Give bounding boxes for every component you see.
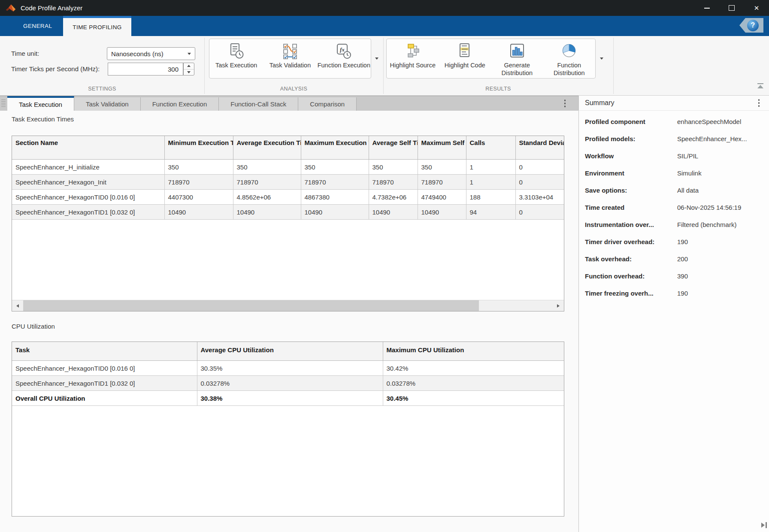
- minimize-button[interactable]: [694, 0, 719, 16]
- table-row[interactable]: SpeechEnhancer_HexagonTID1 [0.032 0]0.03…: [12, 376, 564, 391]
- summary-label: Timer driver overhead:: [585, 238, 677, 246]
- chevron-down-icon: [600, 57, 603, 60]
- summary-label: Time created: [585, 203, 677, 212]
- column-header[interactable]: Maximum CPU Utilization: [383, 342, 564, 361]
- stepper-up-button[interactable]: [184, 63, 194, 69]
- function-distribution-button[interactable]: Function Distribution: [543, 39, 596, 78]
- table-cell: 30.38%: [197, 391, 383, 406]
- results-gallery-dropdown[interactable]: [596, 39, 607, 79]
- table-row[interactable]: SpeechEnhancer_Hexagon_Init7189707189707…: [12, 175, 564, 190]
- doc-tab[interactable]: Comparison: [298, 97, 357, 111]
- column-header[interactable]: Standard Deviation: [515, 136, 564, 160]
- column-header[interactable]: Section Name: [12, 136, 164, 160]
- table-cell: 1: [466, 160, 515, 175]
- task-validation-button[interactable]: Task Validation: [263, 39, 317, 78]
- summary-title: Summary: [585, 99, 614, 107]
- matlab-logo-icon: [6, 3, 16, 12]
- summary-label: Environment: [585, 169, 677, 178]
- table-cell: 350: [233, 160, 301, 175]
- window-title: Code Profile Analyzer: [21, 4, 82, 12]
- time-unit-label: Time unit:: [11, 47, 39, 60]
- document-tab-bar: Task ExecutionTask ValidationFunction Ex…: [0, 96, 578, 111]
- highlight-source-button[interactable]: Highlight Source: [387, 39, 439, 78]
- time-unit-dropdown[interactable]: Nanoseconds (ns): [107, 47, 195, 60]
- summary-options-menu[interactable]: [758, 99, 760, 107]
- column-header[interactable]: Average CPU Utilization: [197, 342, 383, 361]
- summary-row: Workflow SIL/PIL: [579, 152, 769, 169]
- doc-tab[interactable]: Function-Call Stack: [219, 97, 298, 111]
- chevron-down-icon: [375, 57, 378, 60]
- doc-tab[interactable]: Function Execution: [141, 97, 219, 111]
- analysis-gallery-dropdown[interactable]: [372, 39, 382, 79]
- column-header[interactable]: Maximum Execution Time: [301, 136, 369, 160]
- drag-grip-icon[interactable]: [1, 100, 6, 107]
- summary-row: Save options: All data: [579, 186, 769, 203]
- column-header[interactable]: Maximum Self Time: [418, 136, 466, 160]
- close-button[interactable]: ✕: [744, 0, 769, 16]
- scroll-left-button[interactable]: [12, 300, 23, 311]
- summary-value: 190: [677, 289, 688, 298]
- maximize-button[interactable]: [719, 0, 744, 16]
- column-header[interactable]: Average Self Time: [369, 136, 418, 160]
- summary-label: Task overhead:: [585, 255, 677, 263]
- table-empty-area: [12, 220, 564, 300]
- stepper-down-button[interactable]: [184, 69, 194, 76]
- column-header[interactable]: Average Execution Time: [233, 136, 301, 160]
- table-cell: 718970: [369, 175, 418, 190]
- doc-tab[interactable]: Task Execution: [7, 96, 74, 111]
- function-execution-button[interactable]: fx Function Execution: [317, 39, 371, 78]
- timer-ticks-stepper[interactable]: [183, 63, 194, 76]
- table-row[interactable]: Overall CPU Utilization30.38%30.45%: [12, 391, 564, 406]
- table-cell: 350: [164, 160, 233, 175]
- table-cell: SpeechEnhancer_HexagonTID1 [0.032 0]: [12, 205, 164, 220]
- table-cell: Overall CPU Utilization: [12, 391, 197, 406]
- table-cell: SpeechEnhancer_Hexagon_Init: [12, 175, 164, 190]
- table-row[interactable]: SpeechEnhancer_HexagonTID0 [0.016 0]4407…: [12, 190, 564, 205]
- maximize-icon: [729, 5, 735, 11]
- doc-tab[interactable]: Task Validation: [74, 97, 141, 111]
- summary-row: Time created 06-Nov-2025 14:56:19: [579, 203, 769, 221]
- table-row[interactable]: SpeechEnhancer_H_initialize3503503503503…: [12, 160, 564, 175]
- chevron-down-icon: [187, 71, 191, 73]
- table-cell: 4407300: [164, 190, 233, 205]
- generate-distribution-button[interactable]: Generate Distribution: [491, 39, 543, 78]
- expand-panel-button[interactable]: [761, 522, 767, 528]
- table-cell: 10490: [418, 205, 466, 220]
- column-header[interactable]: Calls: [466, 136, 515, 160]
- table-cell: 30.42%: [383, 361, 564, 376]
- close-icon: ✕: [754, 5, 760, 11]
- table-cell: 94: [466, 205, 515, 220]
- table-cell: 350: [418, 160, 466, 175]
- ribbon-tab[interactable]: GENERAL: [12, 16, 63, 36]
- summary-value: Filtered (benchmark): [677, 221, 736, 229]
- task-execution-button[interactable]: Task Execution: [209, 39, 263, 78]
- arrow-right-icon: [761, 523, 765, 528]
- table-cell: SpeechEnhancer_HexagonTID0 [0.016 0]: [12, 361, 197, 376]
- column-header[interactable]: Task: [12, 342, 197, 361]
- summary-row: Instrumentation over... Filtered (benchm…: [579, 221, 769, 238]
- table-cell: 10490: [301, 205, 369, 220]
- task-table-title: Task Execution Times: [12, 115, 74, 123]
- table-cell: 350: [369, 160, 418, 175]
- highlight-code-button[interactable]: Highlight Code: [439, 39, 491, 78]
- scrollbar-track[interactable]: [23, 300, 553, 311]
- table-cell: 10490: [369, 205, 418, 220]
- table-cell: 718970: [164, 175, 233, 190]
- tab-options-menu[interactable]: [564, 100, 566, 107]
- horizontal-scrollbar[interactable]: [12, 300, 564, 311]
- timer-ticks-input[interactable]: [108, 63, 183, 76]
- table-cell: SpeechEnhancer_H_initialize: [12, 160, 164, 175]
- highlight-code-icon: [455, 42, 474, 61]
- chevron-up-icon: [187, 65, 191, 67]
- table-cell: SpeechEnhancer_HexagonTID1 [0.032 0]: [12, 376, 197, 391]
- table-row[interactable]: SpeechEnhancer_HexagonTID0 [0.016 0]30.3…: [12, 361, 564, 376]
- collapse-toolstrip-button[interactable]: [757, 83, 764, 88]
- scrollbar-thumb[interactable]: [23, 300, 479, 311]
- ribbon-tab[interactable]: TIME PROFILING: [63, 16, 131, 36]
- svg-text:fx: fx: [340, 46, 345, 53]
- scroll-right-button[interactable]: [553, 300, 564, 311]
- column-header[interactable]: Minimum Execution Time: [164, 136, 233, 160]
- summary-label: Instrumentation over...: [585, 221, 677, 229]
- table-cell: 0.03278%: [197, 376, 383, 391]
- table-row[interactable]: SpeechEnhancer_HexagonTID1 [0.032 0]1049…: [12, 205, 564, 220]
